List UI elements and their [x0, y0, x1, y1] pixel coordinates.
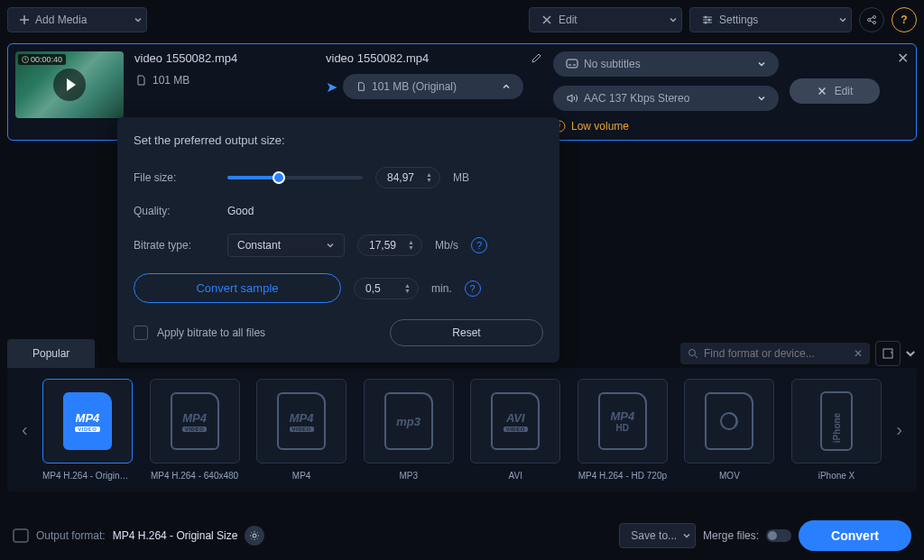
sliders-icon	[701, 14, 714, 26]
format-card[interactable]: MP4VIDEOMP4	[254, 379, 349, 481]
play-icon	[67, 78, 76, 91]
bitrate-type-select[interactable]: Constant	[227, 234, 345, 257]
clear-search-icon[interactable]: ✕	[854, 347, 863, 360]
chevron-down-icon	[838, 15, 847, 24]
chevron-down-icon	[904, 347, 917, 360]
format-label: MP4	[256, 471, 346, 481]
subtitles-text: No subtitles	[584, 58, 641, 70]
format-card[interactable]: AVIVIDEOAVI	[468, 379, 563, 481]
duration-text: 00:00:40	[31, 55, 62, 64]
bitrate-input[interactable]: 17,59 ▲▼	[357, 234, 422, 256]
filesize-unit: MB	[453, 171, 469, 184]
audio-dropdown[interactable]: AAC 137 Kbps Stereo	[553, 86, 779, 111]
speaker-icon	[566, 93, 578, 104]
search-icon	[688, 348, 698, 359]
filesize-stepper[interactable]: ▲▼	[426, 172, 432, 183]
format-card[interactable]: MP4VIDEOMP4 H.264 - Original ...	[41, 379, 135, 481]
quality-label: Quality:	[134, 205, 215, 217]
bitrate-help[interactable]: ?	[471, 237, 487, 253]
save-preset-button[interactable]	[875, 341, 901, 366]
save-to-dropdown[interactable]: Save to...	[619, 523, 696, 548]
output-format-value: MP4 H.264 - Original Size	[113, 529, 238, 542]
svg-rect-10	[883, 349, 892, 358]
format-card[interactable]: MP4VIDEOMP4 H.264 - 640x480	[147, 379, 242, 481]
format-card[interactable]: iPhoneiPhone X	[790, 379, 884, 481]
subtitles-dropdown[interactable]: No subtitles	[553, 51, 779, 77]
quality-value: Good	[227, 205, 254, 217]
help-button[interactable]: ?	[892, 7, 917, 32]
collapse-formats-button[interactable]	[904, 347, 917, 360]
close-file-button[interactable]: ✕	[897, 50, 909, 67]
tools-icon	[541, 14, 553, 26]
add-media-button[interactable]: Add Media	[7, 7, 147, 32]
format-card[interactable]: MP4HDMP4 H.264 - HD 720p	[576, 379, 670, 481]
tools-icon	[817, 86, 827, 96]
play-button[interactable]	[53, 69, 86, 101]
edit-file-button[interactable]: Edit	[790, 78, 880, 104]
file-icon	[134, 74, 147, 87]
video-thumbnail[interactable]: 00:00:40	[15, 51, 124, 118]
source-filename: video 1550082.mp4	[134, 51, 315, 65]
search-input[interactable]	[704, 347, 848, 360]
filesize-input[interactable]: 84,97 ▲▼	[375, 167, 440, 188]
plus-icon	[19, 14, 30, 25]
format-card[interactable]: MOV	[682, 379, 777, 481]
subtitles-icon	[566, 59, 578, 69]
output-format-label: Output format:	[36, 529, 106, 542]
bitrate-value: 17,59	[369, 239, 396, 252]
format-label: AVI	[470, 471, 560, 481]
filesize-slider[interactable]	[227, 176, 363, 179]
apply-all-checkbox[interactable]	[134, 326, 148, 340]
tab-popular[interactable]: Popular	[7, 339, 95, 368]
edit-dropdown[interactable]: Edit	[529, 7, 682, 32]
format-search[interactable]: ✕	[680, 343, 870, 364]
output-size-dropdown[interactable]: 101 MB (Original)	[343, 74, 523, 99]
arrow-icon: ➤	[326, 78, 337, 96]
output-size-text: 101 MB (Original)	[372, 80, 457, 93]
duration-badge: 00:00:40	[18, 54, 66, 65]
settings-dropdown[interactable]: Settings	[689, 7, 852, 32]
sample-help[interactable]: ?	[465, 280, 481, 297]
output-size-panel: Set the preferred output size: File size…	[117, 117, 559, 363]
output-settings-button[interactable]	[245, 526, 264, 546]
chevron-down-icon	[757, 94, 766, 103]
add-media-label: Add Media	[35, 14, 87, 26]
formats-next[interactable]: ›	[889, 412, 910, 447]
share-icon	[865, 14, 878, 26]
svg-point-13	[253, 534, 256, 537]
output-filename: video 1550082.mp4	[326, 51, 524, 65]
edit-file-label: Edit	[835, 85, 854, 97]
convert-sample-button[interactable]: Convert sample	[134, 273, 341, 303]
chevron-down-icon	[669, 15, 678, 24]
format-label: MOV	[684, 471, 774, 481]
pencil-icon[interactable]	[530, 52, 542, 65]
svg-point-2	[705, 22, 707, 24]
chevron-down-icon	[757, 60, 766, 69]
convert-button[interactable]: Convert	[799, 520, 911, 551]
file-icon	[356, 81, 366, 92]
merge-toggle[interactable]	[766, 529, 791, 542]
question-icon: ?	[901, 14, 907, 26]
chevron-down-icon	[682, 531, 691, 540]
format-label: MP4 H.264 - HD 720p	[578, 471, 668, 481]
format-card[interactable]: mp3MP3	[361, 379, 456, 481]
reset-button[interactable]: Reset	[390, 319, 543, 346]
bitrate-stepper[interactable]: ▲▼	[408, 240, 414, 251]
svg-point-9	[689, 350, 696, 356]
chevron-down-icon	[326, 241, 335, 250]
sample-length-input[interactable]: 0,5 ▲▼	[354, 278, 419, 299]
bitrate-type-value: Constant	[237, 239, 281, 252]
format-label: iPhone X	[791, 471, 882, 481]
panel-title: Set the preferred output size:	[134, 133, 543, 147]
sample-length-value: 0,5	[365, 282, 381, 295]
formats-prev[interactable]: ‹	[14, 412, 35, 447]
clock-icon	[22, 56, 29, 63]
source-size: 101 MB	[152, 74, 189, 87]
svg-rect-12	[14, 529, 28, 542]
svg-point-1	[708, 19, 711, 22]
merge-label: Merge files:	[703, 529, 759, 542]
bitrate-type-label: Bitrate type:	[134, 239, 215, 252]
share-button[interactable]	[859, 7, 884, 32]
sample-stepper[interactable]: ▲▼	[404, 283, 411, 294]
format-label: MP4 H.264 - Original ...	[42, 471, 133, 481]
